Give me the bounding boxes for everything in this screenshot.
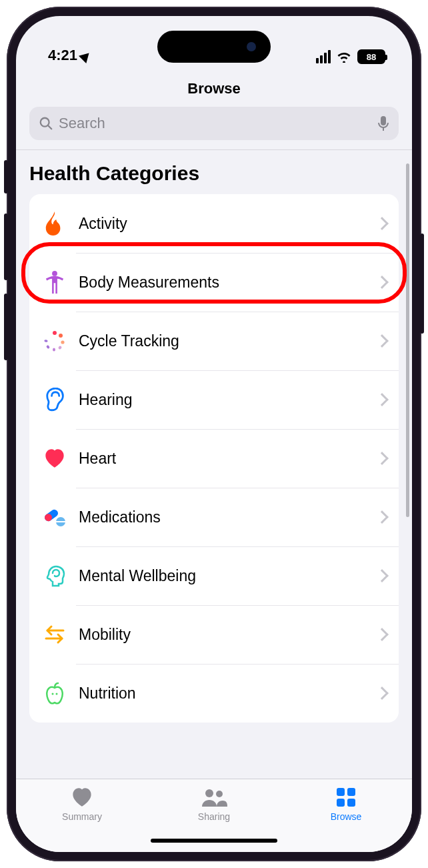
pills-icon [41, 504, 68, 530]
svg-rect-15 [56, 521, 65, 522]
chevron-right-icon [375, 452, 389, 465]
battery-icon: 88 [357, 49, 385, 64]
svg-point-7 [61, 340, 64, 344]
people-icon [201, 786, 227, 809]
svg-point-19 [56, 693, 58, 695]
heart-fill-icon [71, 786, 93, 809]
category-body-measurements[interactable]: Body Measurements [29, 253, 399, 312]
search-input[interactable]: Search [29, 107, 399, 140]
screen: 4:21 88 Browse [16, 16, 412, 852]
category-label: Nutrition [79, 685, 377, 703]
svg-rect-23 [347, 788, 355, 796]
battery-percent: 88 [367, 52, 376, 62]
svg-rect-22 [337, 788, 345, 796]
category-heart[interactable]: Heart [29, 429, 399, 488]
svg-point-5 [53, 331, 57, 335]
svg-point-10 [46, 345, 50, 350]
chevron-right-icon [375, 628, 389, 641]
category-mobility[interactable]: Mobility [29, 605, 399, 664]
scroll-indicator[interactable] [406, 163, 409, 517]
category-hearing[interactable]: Hearing [29, 370, 399, 429]
tab-label: Browse [331, 811, 362, 822]
svg-point-18 [52, 693, 54, 695]
chevron-right-icon [375, 334, 389, 348]
svg-point-6 [59, 334, 63, 338]
chevron-right-icon [375, 217, 389, 230]
dynamic-island [157, 31, 271, 63]
category-medications[interactable]: Medications [29, 488, 399, 546]
cell-signal-icon [316, 50, 331, 63]
category-cycle-tracking[interactable]: Cycle Tracking [29, 312, 399, 370]
flame-icon [41, 210, 68, 237]
phone-frame: 4:21 88 Browse [7, 7, 421, 861]
svg-point-20 [205, 789, 213, 797]
category-list: Activity Body Measurements [29, 194, 399, 723]
category-label: Mental Wellbeing [79, 567, 377, 585]
svg-rect-24 [337, 799, 345, 807]
home-indicator[interactable] [151, 839, 277, 843]
svg-rect-25 [347, 799, 355, 807]
search-icon [39, 116, 53, 131]
microphone-icon[interactable] [377, 115, 389, 131]
chevron-right-icon [375, 569, 389, 582]
tab-label: Sharing [198, 811, 230, 822]
location-icon [79, 49, 93, 63]
tab-sharing[interactable]: Sharing [174, 786, 254, 822]
apple-icon [41, 680, 68, 707]
chevron-right-icon [375, 393, 389, 406]
mind-icon [41, 562, 68, 589]
ear-icon [41, 386, 68, 413]
category-label: Heart [79, 450, 377, 468]
category-label: Medications [79, 508, 377, 526]
mobility-icon [41, 621, 68, 648]
svg-line-1 [48, 125, 51, 129]
body-icon [41, 269, 68, 296]
category-label: Mobility [79, 626, 377, 644]
category-label: Body Measurements [79, 274, 377, 292]
wifi-icon [336, 51, 352, 63]
page-title: Browse [16, 69, 412, 107]
svg-point-11 [44, 340, 48, 342]
category-nutrition[interactable]: Nutrition [29, 664, 399, 723]
svg-point-4 [52, 271, 57, 276]
tab-label: Summary [62, 811, 102, 822]
category-label: Activity [79, 215, 377, 233]
chevron-right-icon [375, 276, 389, 289]
grid-icon [336, 786, 356, 809]
category-mental-wellbeing[interactable]: Mental Wellbeing [29, 546, 399, 605]
cycle-icon [41, 328, 68, 354]
heart-icon [41, 445, 68, 472]
chevron-right-icon [375, 687, 389, 700]
status-time: 4:21 [48, 47, 77, 64]
category-activity[interactable]: Activity [29, 194, 399, 253]
svg-point-8 [58, 346, 63, 350]
category-label: Cycle Tracking [79, 332, 377, 350]
category-label: Hearing [79, 391, 377, 409]
tab-summary[interactable]: Summary [42, 786, 122, 822]
search-placeholder: Search [59, 115, 377, 132]
tab-browse[interactable]: Browse [306, 786, 386, 822]
svg-point-9 [53, 348, 55, 351]
svg-point-21 [216, 791, 223, 797]
chevron-right-icon [375, 510, 389, 524]
section-title: Health Categories [29, 162, 399, 185]
svg-rect-2 [381, 116, 386, 125]
